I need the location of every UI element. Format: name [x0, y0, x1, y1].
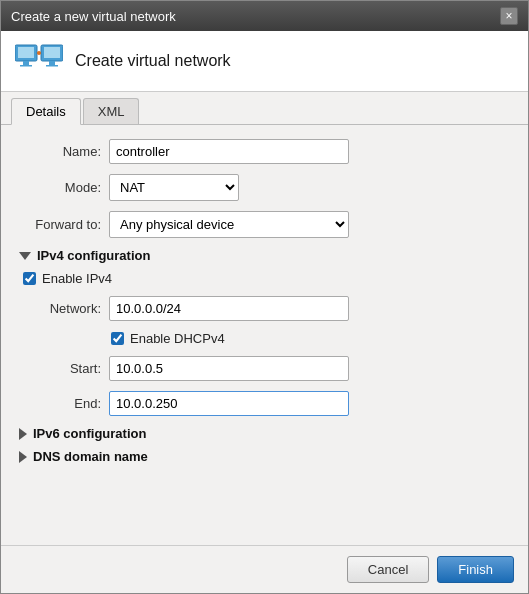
network-label: Network:: [19, 301, 109, 316]
svg-rect-2: [23, 61, 29, 65]
end-row: End:: [19, 391, 510, 416]
close-icon: ×: [505, 9, 512, 23]
ipv4-section-label: IPv4 configuration: [37, 248, 150, 263]
enable-ipv4-row: Enable IPv4: [23, 271, 510, 286]
svg-rect-5: [44, 47, 60, 58]
forward-label: Forward to:: [19, 217, 109, 232]
network-row: Network:: [19, 296, 510, 321]
enable-dhcp-label: Enable DHCPv4: [130, 331, 225, 346]
title-bar: Create a new virtual network ×: [1, 1, 528, 31]
ipv6-section-label: IPv6 configuration: [33, 426, 146, 441]
network-icon: [15, 41, 63, 81]
dialog-content: Name: Mode: NAT Isolated Open Forwarding…: [1, 125, 528, 545]
enable-dhcp-row: Enable DHCPv4: [111, 331, 510, 346]
dns-section-label: DNS domain name: [33, 449, 148, 464]
svg-rect-1: [18, 47, 34, 58]
end-input[interactable]: [109, 391, 349, 416]
ipv6-expand-icon: [19, 428, 27, 440]
mode-row: Mode: NAT Isolated Open Forwarding: [19, 174, 510, 201]
name-row: Name:: [19, 139, 510, 164]
ipv6-section-header[interactable]: IPv6 configuration: [19, 426, 510, 441]
mode-label: Mode:: [19, 180, 109, 195]
ipv4-expand-icon: [19, 252, 31, 260]
close-button[interactable]: ×: [500, 7, 518, 25]
name-label: Name:: [19, 144, 109, 159]
dialog-header: Create virtual network: [1, 31, 528, 92]
forward-row: Forward to: Any physical device eth0 eth…: [19, 211, 510, 238]
mode-select[interactable]: NAT Isolated Open Forwarding: [109, 174, 239, 201]
dialog-footer: Cancel Finish: [1, 545, 528, 593]
name-input[interactable]: [109, 139, 349, 164]
cancel-button[interactable]: Cancel: [347, 556, 429, 583]
enable-ipv4-label: Enable IPv4: [42, 271, 112, 286]
dns-section-header[interactable]: DNS domain name: [19, 449, 510, 464]
tab-xml[interactable]: XML: [83, 98, 140, 124]
enable-dhcp-checkbox[interactable]: [111, 332, 124, 345]
dialog-title: Create a new virtual network: [11, 9, 176, 24]
start-label: Start:: [19, 361, 109, 376]
end-label: End:: [19, 396, 109, 411]
dns-expand-icon: [19, 451, 27, 463]
svg-point-9: [37, 51, 41, 55]
ipv4-section-header[interactable]: IPv4 configuration: [19, 248, 510, 263]
header-title: Create virtual network: [75, 52, 231, 70]
start-input[interactable]: [109, 356, 349, 381]
network-input[interactable]: [109, 296, 349, 321]
svg-rect-3: [20, 65, 32, 67]
finish-button[interactable]: Finish: [437, 556, 514, 583]
forward-select[interactable]: Any physical device eth0 eth1: [109, 211, 349, 238]
create-virtual-network-dialog: Create a new virtual network × Create vi…: [0, 0, 529, 594]
svg-rect-7: [46, 65, 58, 67]
tab-details[interactable]: Details: [11, 98, 81, 125]
enable-ipv4-checkbox[interactable]: [23, 272, 36, 285]
svg-rect-6: [49, 61, 55, 65]
tabs-bar: Details XML: [1, 92, 528, 125]
start-row: Start:: [19, 356, 510, 381]
